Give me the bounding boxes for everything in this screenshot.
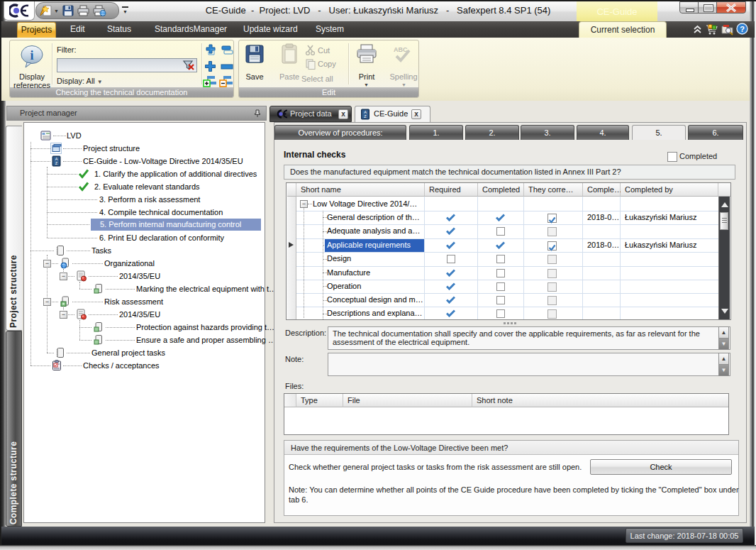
svg-text:i: i <box>30 48 33 62</box>
svg-text:?: ? <box>740 25 745 33</box>
svg-text:ABC: ABC <box>394 46 408 53</box>
